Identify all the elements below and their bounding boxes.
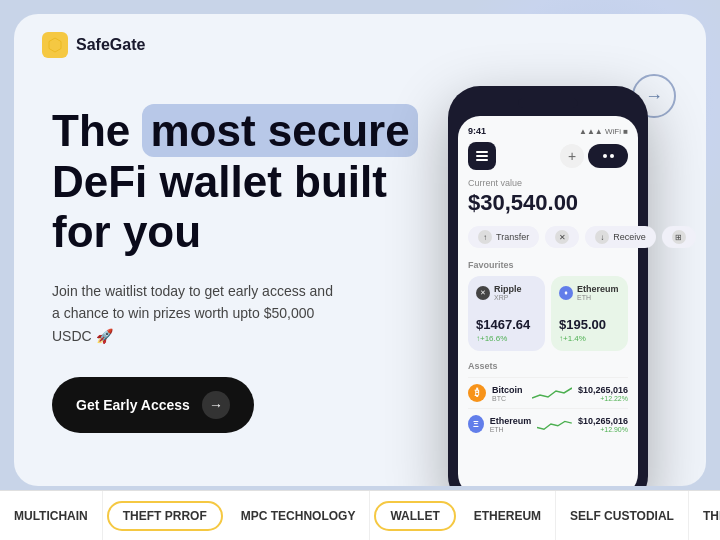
transfer-icon: ↑ [478,230,492,244]
favourites-grid: ✕ Ripple XRP $1467.64 ↑+16.6% [468,276,628,351]
btc-pct: +12.22% [578,395,628,402]
phone-transfer-btn[interactable]: ↑ Transfer [468,226,539,248]
asset-eth[interactable]: Ξ Ethereum ETH $10,265,016 +12.90% [468,408,628,439]
eth-asset-pct: +12.90% [578,426,628,433]
logo-icon [42,32,68,58]
phone-receive-btn[interactable]: ↓ Receive [585,226,656,248]
phone-screen: 9:41 ▲▲▲ WiFi ■ + [458,116,638,486]
x-icon: ✕ [555,230,569,244]
ticker-multichain: MULTICHAIN [0,491,103,540]
ticker-bar: MULTICHAIN THEFT PRROF MPC TECHNOLOGY WA… [0,490,720,540]
hero-title: The most secure DeFi wallet builtfor you [52,106,428,258]
hero-title-highlight: most secure [142,104,417,157]
btc-name: Bitcoin [492,385,526,395]
btc-sym: BTC [492,395,526,402]
ripple-change: ↑+16.6% [476,334,537,343]
phone-add-button[interactable]: + [560,144,584,168]
eth-asset-info: Ethereum ETH [490,416,532,433]
logo: SafeGate [42,32,145,58]
favourite-eth[interactable]: ♦ Ethereum ETH $195.00 ↑+1.4% [551,276,628,351]
ripple-price: $1467.64 [476,317,537,332]
transfer-label: Transfer [496,232,529,242]
eth-name: Ethereum [577,284,619,294]
svg-rect-2 [476,155,488,157]
navbar: SafeGate [14,14,706,76]
phone-section: 9:41 ▲▲▲ WiFi ■ + [448,96,668,486]
btc-price: $10,265,016 [578,385,628,395]
phone-notch [518,98,578,108]
eth-asset-values: $10,265,016 +12.90% [578,416,628,433]
btc-info: Bitcoin BTC [492,385,526,402]
svg-marker-0 [49,38,61,52]
phone-balance: $30,540.00 [468,190,628,216]
phone-actions: ↑ Transfer ✕ ↓ Receive ⊞ [468,226,628,248]
phone-nav-right: + [560,144,628,168]
eth-icon: ♦ [559,286,573,300]
phone-dots-button[interactable] [588,144,628,168]
phone-balance-label: Current value [468,178,628,188]
phone-menu-icon[interactable] [468,142,496,170]
grid-icon: ⊞ [672,230,686,244]
main-card: SafeGate → The most secure DeFi wallet b… [14,14,706,486]
cta-label: Get Early Access [76,397,190,413]
assets-label: Assets [468,361,628,371]
eth-asset-sym: ETH [490,426,532,433]
phone-nav: + [468,142,628,170]
ripple-symbol: XRP [494,294,522,301]
hero-section: The most secure DeFi wallet builtfor you… [52,96,428,433]
assets-section: Assets ₿ Bitcoin BTC $10,265,016 [468,361,628,439]
ticker-wallet: WALLET [374,501,455,531]
svg-rect-1 [476,151,488,153]
hero-title-part2: DeFi wallet builtfor you [52,157,387,257]
hero-subtitle: Join the waitlist today to get early acc… [52,280,342,347]
eth-header: ♦ Ethereum ETH [559,284,620,301]
btc-chart [532,383,572,403]
cta-button[interactable]: Get Early Access → [52,377,254,433]
phone-grid-btn[interactable]: ⊞ [662,226,696,248]
ticker-theft-proof: THEFT PRROF [107,501,223,531]
eth-price: $195.00 [559,317,620,332]
cta-arrow-icon: → [202,391,230,419]
phone-status: ▲▲▲ WiFi ■ [579,127,628,136]
phone-time: 9:41 [468,126,486,136]
eth-change: ↑+1.4% [559,334,620,343]
svg-rect-3 [476,159,488,161]
ticker-theft-proof-2: THEFT PRROF [689,491,720,540]
receive-label: Receive [613,232,646,242]
eth-asset-price: $10,265,016 [578,416,628,426]
ripple-header: ✕ Ripple XRP [476,284,537,301]
phone-header: 9:41 ▲▲▲ WiFi ■ [468,126,628,136]
receive-icon: ↓ [595,230,609,244]
favourite-ripple[interactable]: ✕ Ripple XRP $1467.64 ↑+16.6% [468,276,545,351]
hero-title-part1: The [52,106,142,155]
favourites-label: Favourites [468,260,628,270]
eth-asset-name: Ethereum [490,416,532,426]
logo-text: SafeGate [76,36,145,54]
phone-mockup: 9:41 ▲▲▲ WiFi ■ + [448,86,648,486]
xrp-icon: ✕ [476,286,490,300]
ripple-name: Ripple [494,284,522,294]
eth-symbol: ETH [577,294,619,301]
btc-values: $10,265,016 +12.22% [578,385,628,402]
asset-btc[interactable]: ₿ Bitcoin BTC $10,265,016 +12.22% [468,377,628,408]
phone-x-btn[interactable]: ✕ [545,226,579,248]
eth-chart [537,414,572,434]
ticker-self-custodial: SELF CUSTODIAL [556,491,689,540]
ticker-ethereum: ETHEREUM [460,491,556,540]
btc-icon: ₿ [468,384,486,402]
eth-asset-icon: Ξ [468,415,484,433]
ticker-mpc: MPC TECHNOLOGY [227,491,371,540]
